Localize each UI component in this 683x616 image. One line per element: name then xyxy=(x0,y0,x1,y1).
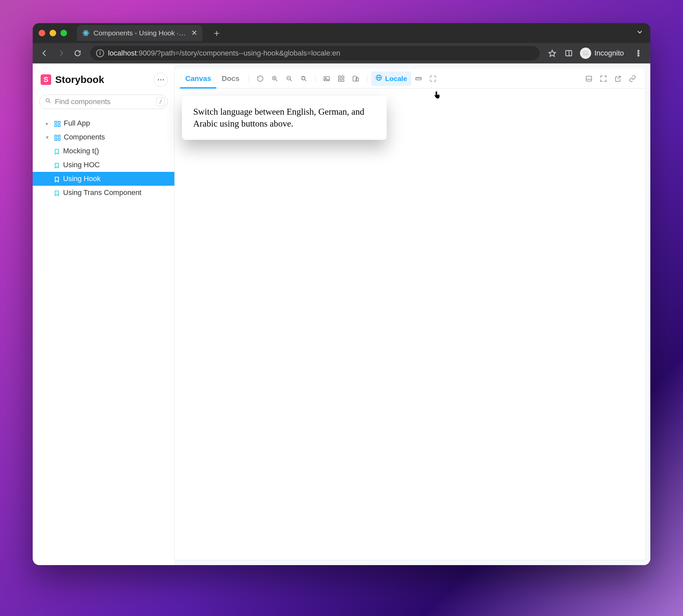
browser-menu-button[interactable] xyxy=(631,46,646,61)
react-icon xyxy=(82,29,90,37)
svg-marker-4 xyxy=(549,50,555,57)
tree-story-mocking-t[interactable]: Mocking t() xyxy=(33,144,174,158)
sidebar: S Storybook ⋯ Find components / ▸ F xyxy=(33,63,175,565)
component-icon xyxy=(54,120,61,126)
zoom-reset-button[interactable] xyxy=(297,71,311,86)
tree-group-components[interactable]: ▾ Components xyxy=(33,130,174,144)
tree-story-using-trans[interactable]: Using Trans Component xyxy=(33,186,174,200)
browser-tab[interactable]: Components - Using Hook · St ✕ xyxy=(77,25,202,41)
tree-label: Components xyxy=(64,133,105,141)
caret-right-icon: ▸ xyxy=(46,120,51,127)
url-path: /?path=/story/components--using-hook&glo… xyxy=(155,49,340,57)
incognito-label: Incognito xyxy=(594,49,624,58)
tree-label: Using Hook xyxy=(63,175,101,183)
copy-link-button[interactable] xyxy=(625,71,640,86)
address-bar: i localhost:9009/?path=/story/components… xyxy=(33,43,650,63)
locale-button[interactable]: Locale xyxy=(371,71,411,86)
window-titlebar: Components - Using Hook · St ✕ ＋ xyxy=(33,23,650,43)
main-panel: Canvas Docs Locale xyxy=(175,63,650,565)
fullscreen-button[interactable] xyxy=(596,71,611,86)
incognito-icon xyxy=(580,48,591,59)
maximize-window-button[interactable] xyxy=(61,30,67,36)
remount-button[interactable] xyxy=(253,71,268,86)
svg-rect-20 xyxy=(58,135,60,137)
story-text: Switch language between English, German,… xyxy=(193,107,364,129)
outline-button[interactable] xyxy=(426,71,440,86)
zoom-out-button[interactable] xyxy=(282,71,297,86)
tree-story-using-hoc[interactable]: Using HOC xyxy=(33,158,174,172)
svg-rect-34 xyxy=(339,76,341,78)
svg-rect-21 xyxy=(55,138,57,140)
svg-rect-35 xyxy=(342,76,344,78)
svg-point-7 xyxy=(583,53,585,55)
svg-rect-15 xyxy=(55,121,57,123)
story-content: Switch language between English, German,… xyxy=(182,96,387,140)
storybook-brand: Storybook xyxy=(55,74,104,85)
measure-button[interactable] xyxy=(411,71,426,86)
search-placeholder: Find components xyxy=(55,97,111,106)
cursor-icon xyxy=(432,91,441,102)
preview-toolbar: Canvas Docs Locale xyxy=(175,69,645,89)
incognito-chip[interactable]: Incognito xyxy=(578,46,629,61)
back-button[interactable] xyxy=(37,46,52,61)
sidebar-menu-button[interactable]: ⋯ xyxy=(154,73,168,87)
separator xyxy=(249,74,249,83)
svg-point-8 xyxy=(586,53,588,55)
search-input[interactable]: Find components / xyxy=(39,94,168,109)
svg-point-11 xyxy=(638,52,639,54)
svg-rect-19 xyxy=(55,135,57,137)
background-button[interactable] xyxy=(319,71,334,86)
minimize-window-button[interactable] xyxy=(49,30,56,36)
zoom-in-button[interactable] xyxy=(268,71,282,86)
open-new-tab-button[interactable] xyxy=(611,71,625,86)
tab-canvas[interactable]: Canvas xyxy=(180,69,216,88)
viewport-button[interactable] xyxy=(348,71,363,86)
storybook-app: S Storybook ⋯ Find components / ▸ F xyxy=(33,63,650,565)
svg-line-28 xyxy=(290,79,292,81)
bookmark-button[interactable] xyxy=(545,46,560,61)
new-tab-button[interactable]: ＋ xyxy=(210,27,223,39)
tab-title: Components - Using Hook · St xyxy=(93,29,186,37)
storybook-mark-icon: S xyxy=(41,74,51,85)
svg-point-12 xyxy=(638,55,639,56)
story-icon xyxy=(54,148,60,154)
search-shortcut: / xyxy=(156,97,165,106)
story-icon xyxy=(54,162,60,168)
close-tab-icon[interactable]: ✕ xyxy=(191,29,197,37)
browser-window: Components - Using Hook · St ✕ ＋ i local… xyxy=(33,23,650,565)
grid-button[interactable] xyxy=(334,71,348,86)
sidebar-header: S Storybook ⋯ xyxy=(33,70,174,91)
side-panel-button[interactable] xyxy=(562,46,576,61)
tab-docs[interactable]: Docs xyxy=(216,69,245,88)
separator xyxy=(315,74,315,83)
navigation-tree: ▸ Full App ▾ Components Mocking t() xyxy=(33,114,174,565)
addons-panel-button[interactable] xyxy=(582,71,596,86)
storybook-logo[interactable]: S Storybook xyxy=(41,74,104,85)
locale-label: Locale xyxy=(385,75,407,83)
separator xyxy=(367,74,367,83)
svg-rect-18 xyxy=(58,125,60,127)
svg-rect-36 xyxy=(339,79,341,81)
reload-button[interactable] xyxy=(70,46,85,61)
svg-line-14 xyxy=(49,102,50,103)
tree-label: Full App xyxy=(64,119,90,128)
canvas-area: Switch language between English, German,… xyxy=(175,89,645,560)
svg-line-31 xyxy=(305,79,306,81)
window-controls xyxy=(39,30,67,36)
svg-rect-22 xyxy=(58,138,60,140)
svg-rect-16 xyxy=(58,121,60,123)
url-host: localhost xyxy=(108,49,137,57)
forward-button[interactable] xyxy=(54,46,68,61)
component-icon xyxy=(54,134,61,140)
globe-icon xyxy=(375,74,383,83)
site-info-icon[interactable]: i xyxy=(96,49,104,57)
svg-point-0 xyxy=(85,32,87,34)
tree-group-full-app[interactable]: ▸ Full App xyxy=(33,116,174,130)
close-window-button[interactable] xyxy=(39,30,45,36)
tree-story-using-hook[interactable]: Using Hook xyxy=(33,172,174,186)
tabs-overflow-icon[interactable] xyxy=(636,28,644,38)
svg-line-50 xyxy=(618,76,620,79)
caret-down-icon: ▾ xyxy=(46,134,51,140)
story-icon xyxy=(54,190,60,196)
url-field[interactable]: i localhost:9009/?path=/story/components… xyxy=(90,46,540,61)
